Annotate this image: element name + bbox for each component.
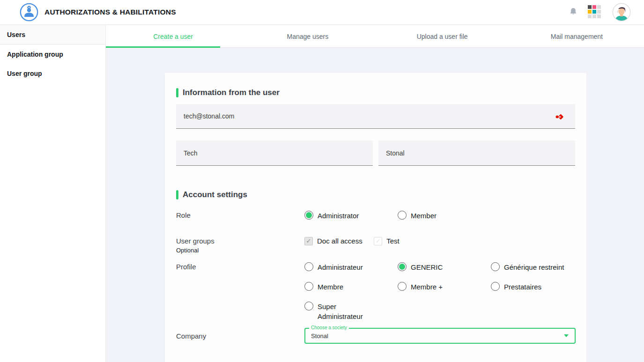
checkbox-test[interactable]: ✓ Test: [374, 237, 400, 245]
radio-label: Membre +: [411, 282, 443, 292]
radio-icon: [304, 282, 313, 291]
section-accent-bar: [176, 88, 178, 97]
radio-icon: [304, 302, 313, 310]
section-accent-bar: [176, 190, 178, 199]
radio-label: GENERIC: [411, 262, 443, 272]
role-options: Administrator Member: [304, 211, 575, 221]
section-title: Information from the user: [183, 88, 280, 97]
sidebar-item-label: Users: [7, 31, 25, 38]
sidebar-item-label: Application group: [7, 51, 63, 58]
tab-mail-management[interactable]: Mail management: [510, 25, 644, 47]
radio-icon: [491, 262, 500, 271]
sidebar-item-users[interactable]: Users: [0, 25, 105, 44]
name-fields-row: [176, 140, 575, 166]
first-name-input[interactable]: [176, 140, 373, 166]
radio-label: Prestataires: [504, 282, 541, 292]
tab-manage-users[interactable]: Manage users: [240, 25, 375, 47]
tab-label: Mail management: [551, 33, 603, 40]
section-information-from-user: Information from the user: [176, 88, 575, 97]
radio-member[interactable]: Member: [398, 211, 491, 221]
page-title: AUTHORIZATIONS & HABILITATIONS: [44, 8, 176, 16]
profile-options: Administrateur GENERIC Générique restrei…: [304, 262, 575, 321]
user-groups-label-block: User groups Optional: [176, 236, 304, 254]
company-select[interactable]: Choose a society Stonal: [304, 328, 576, 344]
radio-administrateur[interactable]: Administrateur: [304, 262, 398, 272]
checkbox-doc-all-access[interactable]: ✓ Doc all access: [304, 237, 363, 245]
section-title: Account settings: [183, 190, 247, 199]
top-header: AUTHORIZATIONS & HABILITATIONS: [0, 0, 644, 25]
role-label: Role: [176, 211, 304, 219]
email-field-wrap: [176, 104, 575, 129]
checkbox-checked-icon: ✓: [304, 237, 313, 245]
main-content: Information from the user Account sett: [106, 48, 644, 362]
create-user-form-card: Information from the user Account sett: [165, 73, 586, 362]
company-label: Company: [176, 328, 304, 340]
tab-label: Manage users: [287, 33, 329, 40]
radio-label: Générique restreint: [504, 262, 564, 272]
company-row: Company Choose a society Stonal: [176, 328, 575, 344]
checkbox-label: Doc all access: [317, 237, 363, 245]
section-account-settings: Account settings: [176, 190, 575, 199]
radio-label: Administrateur: [318, 262, 363, 272]
sidebar-item-user-group[interactable]: User group: [0, 64, 105, 83]
sidebar-item-application-group[interactable]: Application group: [0, 44, 105, 64]
user-avatar[interactable]: [612, 3, 631, 22]
last-name-wrap: [378, 140, 575, 166]
tab-bar: Create a user Manage users Upload a user…: [106, 25, 644, 48]
user-groups-row: User groups Optional ✓ Doc all access ✓ …: [176, 236, 575, 254]
email-input[interactable]: [176, 104, 575, 129]
radio-super-administrateur[interactable]: Super Administrateur: [304, 302, 398, 321]
checkbox-checked-icon: ✓: [374, 237, 382, 245]
radio-icon: [491, 282, 500, 291]
tab-create-a-user[interactable]: Create a user: [106, 25, 240, 47]
radio-administrator[interactable]: Administrator: [304, 211, 398, 221]
radio-generic[interactable]: GENERIC: [398, 262, 491, 272]
radio-membre-plus[interactable]: Membre +: [398, 282, 491, 292]
apps-grid-icon[interactable]: [588, 5, 602, 19]
radio-icon: [398, 282, 407, 291]
radio-label: Member: [411, 211, 437, 221]
tab-upload-a-user-file[interactable]: Upload a user file: [375, 25, 510, 47]
user-groups-options: ✓ Doc all access ✓ Test: [304, 236, 575, 245]
tab-label: Upload a user file: [417, 33, 468, 40]
radio-icon: [304, 211, 313, 220]
profile-label: Profile: [176, 262, 304, 271]
sidebar-item-label: User group: [7, 70, 42, 77]
radio-label: Administrator: [318, 211, 359, 221]
radio-membre[interactable]: Membre: [304, 282, 398, 292]
radio-label: Membre: [318, 282, 343, 292]
key-icon[interactable]: [555, 112, 565, 122]
company-select-floating-label: Choose a society: [309, 325, 349, 330]
role-row: Role Administrator Member: [176, 211, 575, 221]
tab-label: Create a user: [153, 33, 193, 40]
radio-label: Super Administrateur: [318, 302, 374, 321]
profile-row: Profile Administrateur GENERIC Générique…: [176, 262, 575, 321]
radio-icon: [398, 262, 407, 271]
user-groups-hint: Optional: [176, 247, 304, 254]
user-groups-label: User groups: [176, 236, 304, 245]
radio-icon: [398, 211, 407, 220]
bell-icon[interactable]: [568, 7, 578, 18]
radio-generique-restreint[interactable]: Générique restreint: [491, 262, 575, 272]
radio-prestataires[interactable]: Prestataires: [491, 282, 575, 292]
sidebar: Users Application group User group: [0, 25, 106, 362]
first-name-wrap: [176, 140, 373, 166]
radio-icon: [304, 262, 313, 271]
admin-user-logo-icon: [20, 3, 38, 22]
last-name-input[interactable]: [378, 140, 575, 166]
company-select-value: Stonal: [311, 332, 328, 340]
checkbox-label: Test: [386, 237, 400, 245]
chevron-down-icon: [564, 334, 569, 337]
